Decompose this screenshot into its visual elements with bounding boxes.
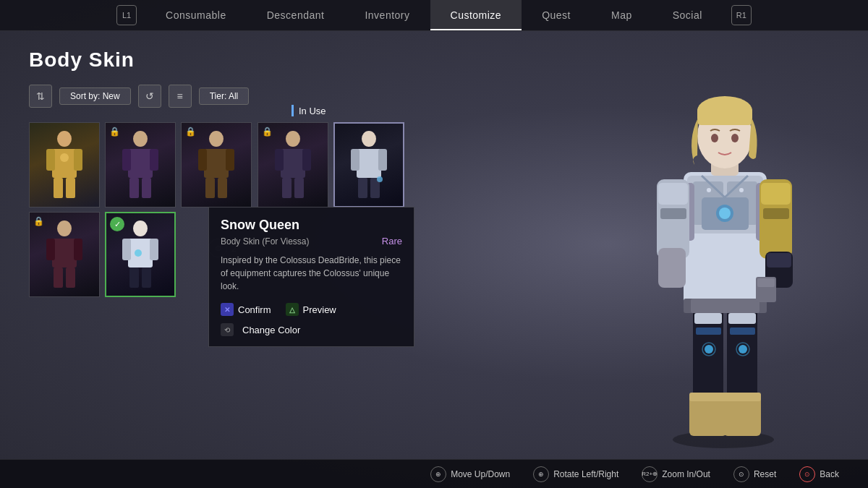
sort-by-button[interactable]: Sort by: New [59,87,131,105]
lock-icon-6: 🔒 [33,216,44,226]
svg-rect-10 [150,149,158,171]
svg-rect-37 [66,267,75,288]
preview-icon: △ [286,303,299,316]
svg-rect-48 [694,313,722,324]
svg-rect-50 [696,328,721,335]
move-action: ⊕ Move Up/Down [430,466,510,482]
confirm-icon: ✕ [221,303,234,316]
skin-figure-1 [39,129,90,201]
reset-icon: ⊙ [733,466,749,482]
svg-rect-8 [128,149,153,178]
navigation-bar: L1 Consumable Descendant Inventory Custo… [0,0,868,31]
popup-title: Snow Queen [221,218,402,233]
lock-icon-3: 🔒 [185,127,196,137]
in-use-text: In Use [299,106,326,116]
skin-figure-5 [344,129,394,201]
svg-rect-34 [46,239,55,260]
svg-point-54 [739,345,747,354]
change-color-icon: ⟲ [221,323,234,336]
svg-rect-27 [351,149,359,171]
svg-rect-79 [660,208,686,219]
back-icon: ⊙ [799,466,815,482]
nav-item-descendant[interactable]: Descendant [247,0,345,30]
reset-action: ⊙ Reset [733,466,776,482]
move-icon: ⊕ [430,466,446,482]
svg-point-89 [707,188,711,192]
character-area [420,31,868,459]
skin-item-5-in-use[interactable] [333,122,404,207]
svg-rect-11 [129,178,139,198]
svg-point-7 [133,131,148,147]
svg-point-6 [60,153,69,162]
nav-item-customize[interactable]: Customize [430,0,522,30]
svg-rect-20 [281,149,305,178]
nav-item-quest[interactable]: Quest [522,0,591,30]
character-svg [608,38,825,450]
nav-item-social[interactable]: Social [652,0,723,30]
preview-button[interactable]: △ Preview [286,303,336,316]
svg-point-66 [719,207,731,219]
popup-rarity: Rare [382,236,402,247]
zoom-label: Zoom In/Out [662,469,710,479]
svg-rect-16 [226,149,234,171]
svg-rect-14 [204,149,229,178]
r1-button[interactable]: R1 [731,5,752,25]
svg-rect-28 [378,149,387,171]
tier-filter-button[interactable]: Tier: All [199,87,250,105]
nav-item-inventory[interactable]: Inventory [344,0,430,30]
confirm-button[interactable]: ✕ Confirm [221,303,271,316]
change-color-button[interactable]: ⟲ Change Color [221,323,402,336]
svg-rect-84 [697,107,752,125]
skin-figure-3 [191,129,242,201]
change-color-label: Change Color [242,325,300,335]
skin-item-6[interactable]: 🔒 [29,212,100,297]
svg-point-52 [705,345,713,354]
zoom-action: R2+⊕ Zoom In/Out [642,466,710,482]
svg-rect-59 [723,393,761,401]
svg-rect-4 [54,178,63,198]
skin-item-3[interactable]: 🔒 [181,122,252,207]
left-panel: Body Skin ⇅ Sort by: New ↺ ≡ Tier: All [0,31,420,459]
l1-button[interactable]: L1 [116,5,137,25]
svg-point-25 [362,131,376,147]
back-action[interactable]: ⊙ Back [799,466,839,482]
skin-popup: Snow Queen Body Skin (For Viessa) Rare I… [208,207,414,347]
svg-rect-29 [358,178,367,198]
page-title: Body Skin [29,48,405,72]
svg-point-32 [57,221,72,236]
bottom-bar: ⊕ Move Up/Down ⊕ Rotate Left/Right R2+⊕ … [0,459,868,488]
svg-point-44 [135,249,142,257]
svg-rect-72 [761,183,791,205]
sort-order-button[interactable]: ⇅ [29,85,52,108]
svg-rect-18 [218,178,227,198]
nav-item-consumable[interactable]: Consumable [145,0,247,30]
svg-rect-43 [142,267,151,288]
popup-description: Inspired by the Colossus DeadBride, this… [221,254,402,293]
skin-item-4[interactable]: 🔒 [258,122,328,207]
svg-rect-88 [757,278,775,287]
svg-rect-23 [282,178,292,198]
svg-rect-24 [294,178,304,198]
lock-icon-4: 🔒 [262,127,273,137]
skin-item-7-selected[interactable]: ✓ [105,212,176,297]
svg-point-19 [286,131,300,147]
popup-subtitle: Body Skin (For Viessa) Rare [221,236,402,247]
nav-item-map[interactable]: Map [591,0,652,30]
layer-button[interactable]: ≡ [169,85,192,108]
skin-item-1[interactable] [29,122,100,207]
main-content: Body Skin ⇅ Sort by: New ↺ ≡ Tier: All [0,31,868,459]
rotate-label: Rotate Left/Right [553,469,618,479]
svg-rect-5 [66,178,75,198]
svg-rect-42 [129,267,139,288]
skin-item-2[interactable]: 🔒 [105,122,176,207]
confirm-label: Confirm [238,304,271,315]
svg-rect-2 [46,149,55,171]
refresh-button[interactable]: ↺ [138,85,161,108]
svg-rect-3 [74,149,82,171]
move-label: Move Up/Down [451,469,510,479]
in-use-bar [292,105,294,116]
zoom-icon: R2+⊕ [642,466,658,482]
svg-rect-73 [763,208,789,219]
svg-rect-70 [691,299,760,313]
popup-actions: ✕ Confirm △ Preview [221,303,402,316]
